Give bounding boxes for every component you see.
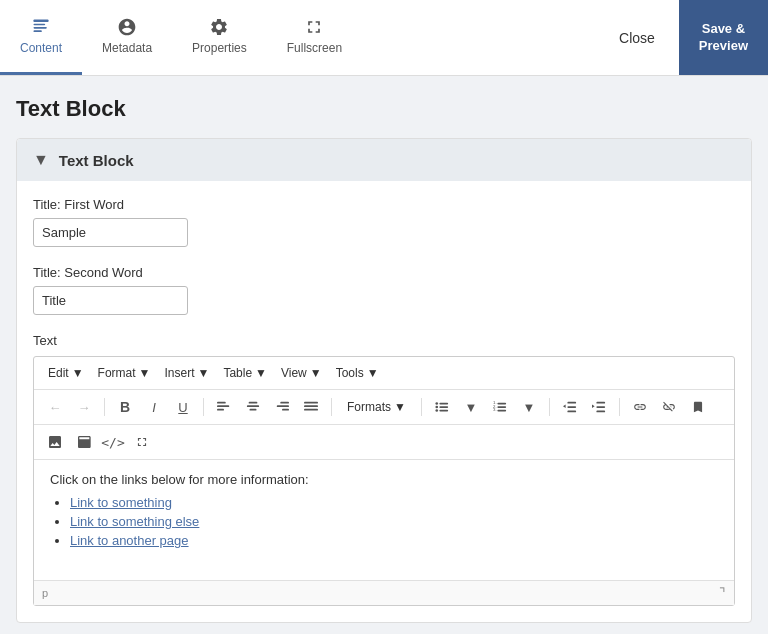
properties-icon xyxy=(209,17,229,37)
svg-rect-9 xyxy=(250,409,257,411)
link-1[interactable]: Link to something xyxy=(70,495,172,510)
table-icon xyxy=(76,434,92,450)
editor-tag-indicator: p xyxy=(42,587,48,599)
svg-rect-2 xyxy=(34,27,47,29)
svg-rect-1 xyxy=(34,24,46,26)
fullscreen-editor-button[interactable] xyxy=(129,429,155,455)
second-word-input[interactable] xyxy=(33,286,188,315)
format-menu[interactable]: Format ▼ xyxy=(92,363,157,383)
fullscreen-editor-icon xyxy=(135,435,149,449)
unordered-list-icon xyxy=(435,400,449,414)
accordion-body: Title: First Word Title: Second Word Tex… xyxy=(17,181,751,622)
tab-properties-label: Properties xyxy=(192,41,247,55)
separator xyxy=(549,398,550,416)
field-first-word: Title: First Word xyxy=(33,197,735,247)
insert-table-button[interactable] xyxy=(71,429,97,455)
svg-rect-25 xyxy=(497,406,506,408)
separator xyxy=(203,398,204,416)
svg-rect-12 xyxy=(282,409,289,411)
svg-rect-29 xyxy=(567,406,576,408)
view-menu[interactable]: View ▼ xyxy=(275,363,328,383)
list-item: Link to another page xyxy=(70,533,718,548)
tab-content-label: Content xyxy=(20,41,62,55)
tab-metadata-label: Metadata xyxy=(102,41,152,55)
align-justify-icon xyxy=(304,400,318,414)
rich-text-editor: Edit ▼ Format ▼ Insert ▼ Table xyxy=(33,356,735,606)
align-left-icon xyxy=(217,400,231,414)
align-center-button[interactable] xyxy=(240,394,266,420)
editor-media-toolbar: </> xyxy=(34,425,734,460)
metadata-icon xyxy=(117,17,137,37)
ordered-list-button[interactable]: 1. 2. 3. xyxy=(487,394,513,420)
svg-rect-30 xyxy=(567,411,576,413)
accordion-title: Text Block xyxy=(59,152,134,169)
page-content: Text Block ▼ Text Block Title: First Wor… xyxy=(0,76,768,634)
save-preview-label: Save &Preview xyxy=(699,21,748,55)
indent-button[interactable] xyxy=(586,394,612,420)
first-word-input[interactable] xyxy=(33,218,188,247)
link-2[interactable]: Link to something else xyxy=(70,514,199,529)
unordered-list-button[interactable] xyxy=(429,394,455,420)
chevron-down-icon: ▼ xyxy=(33,151,49,169)
code-view-button[interactable]: </> xyxy=(100,429,126,455)
link-3[interactable]: Link to another page xyxy=(70,533,189,548)
undo-button[interactable]: ← xyxy=(42,394,68,420)
text-label: Text xyxy=(33,333,735,348)
insert-menu[interactable]: Insert ▼ xyxy=(158,363,215,383)
tab-fullscreen[interactable]: Fullscreen xyxy=(267,0,362,75)
svg-rect-28 xyxy=(567,402,576,404)
editor-content-area[interactable]: Click on the links below for more inform… xyxy=(34,460,734,580)
table-menu[interactable]: Table ▼ xyxy=(217,363,273,383)
svg-rect-23 xyxy=(497,403,506,405)
accordion-header[interactable]: ▼ Text Block xyxy=(17,139,751,181)
underline-button[interactable]: U xyxy=(170,394,196,420)
first-word-label: Title: First Word xyxy=(33,197,735,212)
unordered-list-dropdown[interactable]: ▼ xyxy=(458,394,484,420)
save-preview-button[interactable]: Save &Preview xyxy=(679,0,768,75)
bold-button[interactable]: B xyxy=(112,394,138,420)
svg-rect-8 xyxy=(247,405,259,407)
align-right-button[interactable] xyxy=(269,394,295,420)
svg-rect-11 xyxy=(277,405,289,407)
svg-rect-6 xyxy=(217,409,224,411)
svg-marker-35 xyxy=(592,404,595,408)
align-center-icon xyxy=(246,400,260,414)
italic-button[interactable]: I xyxy=(141,394,167,420)
resize-handle[interactable]: ⌝ xyxy=(719,585,726,601)
separator xyxy=(421,398,422,416)
svg-rect-15 xyxy=(304,409,318,411)
svg-point-18 xyxy=(435,406,438,409)
svg-rect-32 xyxy=(596,402,605,404)
svg-rect-0 xyxy=(34,20,49,23)
insert-image-button[interactable] xyxy=(42,429,68,455)
svg-rect-33 xyxy=(596,406,605,408)
unlink-button[interactable] xyxy=(656,394,682,420)
svg-rect-10 xyxy=(280,402,289,404)
ordered-list-icon: 1. 2. 3. xyxy=(493,400,507,414)
align-left-button[interactable] xyxy=(211,394,237,420)
formats-dropdown[interactable]: Formats ▼ xyxy=(339,397,414,417)
svg-rect-7 xyxy=(249,402,258,404)
tab-metadata[interactable]: Metadata xyxy=(82,0,172,75)
ordered-list-dropdown[interactable]: ▼ xyxy=(516,394,542,420)
link-button[interactable] xyxy=(627,394,653,420)
svg-rect-19 xyxy=(439,406,448,408)
tools-menu[interactable]: Tools ▼ xyxy=(330,363,385,383)
svg-rect-14 xyxy=(304,405,318,407)
svg-point-20 xyxy=(435,409,438,412)
svg-point-16 xyxy=(435,402,438,405)
editor-menu-toolbar: Edit ▼ Format ▼ Insert ▼ Table xyxy=(34,357,734,390)
align-justify-button[interactable] xyxy=(298,394,324,420)
link-icon xyxy=(633,400,647,414)
outdent-button[interactable] xyxy=(557,394,583,420)
edit-menu[interactable]: Edit ▼ xyxy=(42,363,90,383)
redo-button[interactable]: → xyxy=(71,394,97,420)
editor-paragraph: Click on the links below for more inform… xyxy=(50,472,718,487)
close-button[interactable]: Close xyxy=(595,0,679,75)
editor-footer: p ⌝ xyxy=(34,580,734,605)
separator xyxy=(104,398,105,416)
tab-content[interactable]: Content xyxy=(0,0,82,75)
second-word-label: Title: Second Word xyxy=(33,265,735,280)
tab-properties[interactable]: Properties xyxy=(172,0,267,75)
bookmark-button[interactable] xyxy=(685,394,711,420)
